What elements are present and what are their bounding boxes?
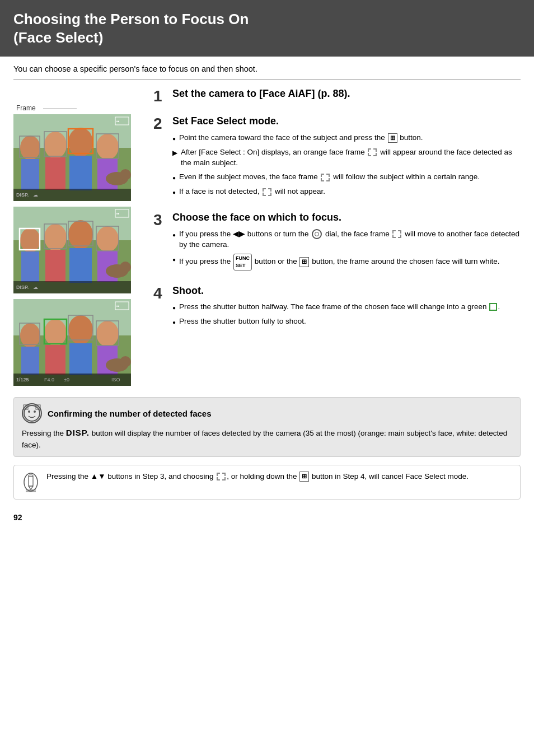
svg-text:ISO: ISO bbox=[111, 377, 120, 382]
step-3-bullet-1-text: If you press the ◀▶ buttons or turn the … bbox=[179, 229, 521, 250]
info-box-text: Pressing the DISP. button will display t… bbox=[22, 427, 512, 451]
svg-rect-28 bbox=[69, 248, 92, 283]
svg-point-46 bbox=[44, 319, 67, 346]
frame-arrow-line bbox=[43, 109, 77, 109]
camera-image-3: 1/125 F4.0 ±0 ISO ▪▪ bbox=[13, 299, 131, 386]
info-box: 1 Confirming the number of detected face… bbox=[13, 397, 521, 457]
svg-text:DISP.: DISP. bbox=[16, 192, 29, 198]
svg-rect-16 bbox=[13, 189, 131, 201]
step-2-bullet-3-text: Even if the subject moves, the face fram… bbox=[179, 172, 480, 183]
svg-text:☁: ☁ bbox=[33, 284, 38, 290]
step-2-bullet-1: ● Point the camera toward the face of th… bbox=[172, 133, 521, 143]
svg-rect-5 bbox=[45, 157, 65, 190]
main-content: Frame bbox=[0, 87, 534, 386]
left-column: Frame bbox=[13, 87, 142, 386]
step-4-content: Shoot. ● Press the shutter button halfwa… bbox=[172, 284, 521, 331]
svg-rect-26 bbox=[45, 250, 65, 282]
step-4-title: Shoot. bbox=[172, 284, 521, 297]
svg-point-27 bbox=[68, 220, 93, 249]
step-2-bullet-2: ▶ After [Face Select : On] displays, an … bbox=[172, 147, 521, 169]
bullet-icon-6: ● bbox=[172, 304, 176, 312]
step-2: 2 Set Face Select mode. ● Point the came… bbox=[153, 115, 521, 201]
step-4-number: 4 bbox=[153, 286, 166, 301]
bullet-icon-2: ● bbox=[172, 174, 176, 182]
step-4-bullets: ● Press the shutter button halfway. The … bbox=[172, 302, 521, 327]
step-3-content: Choose the face on which to focus. ● If … bbox=[172, 211, 521, 274]
svg-text:DISP.: DISP. bbox=[16, 284, 29, 290]
info-box-header: 1 Confirming the number of detected face… bbox=[22, 403, 512, 423]
camera-image-2: DISP. ☁ ▪▪ bbox=[13, 207, 131, 293]
bullet-icon-3: ● bbox=[172, 189, 176, 197]
svg-rect-45 bbox=[21, 347, 39, 375]
svg-point-32 bbox=[120, 262, 131, 273]
frame-label-container: Frame bbox=[16, 104, 142, 113]
step-2-bullet-3: ● Even if the subject moves, the face fr… bbox=[172, 172, 521, 183]
svg-point-23 bbox=[20, 228, 40, 253]
pencil-svg bbox=[23, 472, 39, 492]
svg-point-2 bbox=[20, 136, 40, 160]
step-3: 3 Choose the face on which to focus. ● I… bbox=[153, 211, 521, 274]
svg-point-29 bbox=[96, 226, 119, 252]
svg-text:±0: ±0 bbox=[64, 377, 69, 382]
dial-icon bbox=[312, 229, 322, 239]
step-4-bullet-2-text: Press the shutter button fully to shoot. bbox=[179, 316, 306, 327]
green-box-icon bbox=[489, 303, 497, 311]
note-text: Pressing the ▲▼ buttons in Step 3, and c… bbox=[46, 471, 469, 482]
svg-point-71 bbox=[24, 473, 38, 491]
svg-point-67 bbox=[34, 410, 36, 413]
svg-point-11 bbox=[120, 169, 131, 180]
svg-marker-73 bbox=[29, 486, 33, 489]
svg-text:▪▪: ▪▪ bbox=[116, 211, 120, 216]
step-2-bullets: ● Point the camera toward the face of th… bbox=[172, 133, 521, 197]
svg-rect-7 bbox=[69, 156, 92, 190]
step-2-bullet-4: ● If a face is not detected, will not ap… bbox=[172, 186, 521, 197]
step-2-bullet-1-text: Point the camera toward the face of the … bbox=[179, 133, 423, 143]
step-2-title: Set Face Select mode. bbox=[172, 115, 521, 128]
face-btn-note-icon: ⊞ bbox=[299, 472, 309, 481]
face-select-button-icon-2: ⊞ bbox=[299, 257, 309, 267]
svg-point-25 bbox=[44, 224, 67, 251]
camera-photo-1: DISP. ☁ ▪▪ bbox=[13, 114, 131, 201]
page-header: Choosing the Person to Focus On (Face Se… bbox=[0, 0, 534, 57]
bullet-icon-4: ● bbox=[172, 231, 176, 239]
svg-text:F4.0: F4.0 bbox=[44, 377, 54, 382]
svg-rect-24 bbox=[21, 251, 39, 282]
svg-point-8 bbox=[96, 134, 119, 160]
svg-point-50 bbox=[96, 321, 119, 347]
page-title: Choosing the Person to Focus On (Face Se… bbox=[13, 10, 521, 46]
right-column: 1 Set the camera to [Face AiAF] (p. 88).… bbox=[142, 87, 521, 386]
bullet-arrow-icon: ▶ bbox=[172, 148, 177, 158]
corner-frame-note bbox=[217, 473, 226, 480]
pencil-icon bbox=[22, 471, 40, 493]
bottom-section: 1 Confirming the number of detected face… bbox=[13, 397, 521, 500]
svg-point-66 bbox=[28, 410, 30, 413]
step-4-bullet-1: ● Press the shutter button halfway. The … bbox=[172, 302, 521, 312]
bullet-icon-5: ● bbox=[172, 256, 176, 264]
note-box: Pressing the ▲▼ buttons in Step 3, and c… bbox=[13, 465, 521, 500]
step-2-content: Set Face Select mode. ● Point the camera… bbox=[172, 115, 521, 201]
page-number: 92 bbox=[0, 507, 534, 528]
step-1-number: 1 bbox=[153, 88, 166, 104]
image-group-1: Frame bbox=[13, 104, 142, 201]
camera-image-1: DISP. ☁ ▪▪ bbox=[13, 114, 131, 201]
corner-frame-icon-3 bbox=[263, 188, 271, 196]
camera-photo-3: 1/125 F4.0 ±0 ISO ▪▪ bbox=[13, 299, 131, 386]
step-3-number: 3 bbox=[153, 212, 166, 228]
section-divider bbox=[13, 79, 521, 80]
step-3-bullet-2: ● If you press the FUNCSET button or the… bbox=[172, 254, 521, 270]
disp-text: DISP. bbox=[66, 428, 90, 437]
step-2-number: 2 bbox=[153, 116, 166, 132]
svg-rect-47 bbox=[45, 345, 65, 375]
step-4: 4 Shoot. ● Press the shutter button half… bbox=[153, 284, 521, 331]
svg-point-4 bbox=[44, 132, 67, 158]
svg-rect-37 bbox=[13, 281, 131, 293]
face-detect-icon: 1 bbox=[23, 404, 41, 422]
bullet-icon-7: ● bbox=[172, 319, 176, 326]
step-1-title: Set the camera to [Face AiAF] (p. 88). bbox=[172, 87, 521, 100]
step-2-bullet-4-text: If a face is not detected, will not appe… bbox=[179, 186, 325, 197]
step-4-bullet-2: ● Press the shutter button fully to shoo… bbox=[172, 316, 521, 327]
step-3-bullets: ● If you press the ◀▶ buttons or turn th… bbox=[172, 229, 521, 270]
corner-frame-icon-1 bbox=[368, 148, 377, 156]
func-set-button-icon: FUNCSET bbox=[233, 254, 252, 270]
corner-frame-icon-4 bbox=[392, 230, 401, 238]
